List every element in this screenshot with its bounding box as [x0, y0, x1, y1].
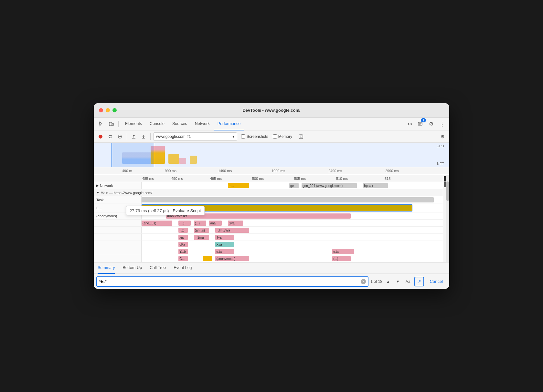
cancel-button[interactable]: Cancel [426, 278, 447, 285]
net-label: NET [437, 162, 444, 166]
tab-sources[interactable]: Sources [168, 118, 191, 130]
time-mark-2490: 2490 ms [328, 169, 342, 173]
device-toggle-icon[interactable] [107, 119, 116, 129]
minimize-button[interactable] [106, 108, 110, 112]
network-track-content[interactable]: m... ge gen_204 (www.google.com) hpba ( [142, 182, 449, 189]
flame-label-6 [94, 255, 142, 262]
search-clear-button[interactable]: ✕ [361, 279, 366, 284]
url-selector[interactable]: www.google.com #1 ▾ [153, 132, 237, 141]
ruler-495: 495 ms [210, 177, 222, 181]
cpu-label: CPU [437, 144, 444, 148]
bar-yb: Y...b [178, 249, 188, 254]
tab-performance[interactable]: Performance [214, 118, 245, 130]
tab-elements[interactable]: Elements [121, 118, 146, 130]
tooltip: 27.79 ms (self 27 μs) Evaluate Script [126, 206, 205, 215]
options-group: Screenshots Memory [241, 132, 305, 141]
upload-button[interactable] [130, 132, 138, 141]
tab-bottom-up[interactable]: Bottom-Up [122, 262, 142, 274]
main-expand-icon[interactable]: ▼ [96, 191, 100, 194]
task-label: Task [94, 196, 142, 203]
search-input[interactable] [99, 279, 359, 284]
settings-icon[interactable]: ⚙ [427, 119, 436, 129]
flame-data-3[interactable]: xja _.$ma Tya [142, 234, 449, 241]
console-messages-icon[interactable]: 1 [416, 119, 425, 129]
close-button[interactable] [99, 108, 103, 112]
flame-row-5: Y...b e.ta e.ta [94, 248, 449, 255]
tab-call-tree[interactable]: Call Tree [150, 262, 166, 274]
rec-separator-2 [150, 133, 151, 140]
tab-network[interactable]: Network [191, 118, 214, 130]
flame-label-5 [94, 248, 142, 255]
memory-checkbox[interactable] [273, 134, 277, 139]
bar-dots-r: (...) [332, 256, 351, 261]
timeline-chart[interactable]: CPU NET [94, 143, 449, 167]
flame-data-2[interactable]: _.x (an...s) _.lm.ZWa [142, 227, 449, 233]
title-bar: DevTools - www.google.com/ [94, 103, 449, 118]
capture-settings-icon[interactable] [297, 132, 305, 141]
badge-count: 1 [421, 118, 426, 122]
bar-xja: xja [178, 235, 188, 240]
window-title: DevTools - www.google.com/ [242, 108, 300, 113]
flame-row-1: (ano...us) (...) (...) ana Gya [94, 220, 449, 227]
url-dropdown-icon: ▾ [232, 134, 234, 139]
record-button[interactable] [96, 132, 105, 141]
flame-label-3 [94, 234, 142, 241]
more-tabs-icon[interactable]: >> [405, 120, 414, 128]
bar-eta1: e.ta [215, 249, 234, 254]
screenshots-checkbox[interactable] [241, 134, 245, 139]
download-button[interactable] [139, 132, 148, 141]
network-bar-2: ge [289, 183, 299, 188]
task-row: Task T... [94, 196, 449, 203]
search-count: 1 of 18 [370, 279, 382, 284]
timeline-overview-area: CPU NET 490 m 990 ms 1490 ms 1990 ms 249… [94, 143, 449, 175]
reload-record-button[interactable] [106, 132, 114, 141]
network-bar-3: gen_204 (www.google.com) [302, 183, 357, 188]
ruler-510: 510 ms [336, 177, 348, 181]
search-next-button[interactable]: ▼ [394, 278, 402, 285]
flame-data-5[interactable]: Y...b e.ta e.ta [142, 248, 449, 255]
ruler-485: 485 ms [142, 177, 154, 181]
more-options-icon[interactable]: ⋮ [438, 119, 447, 129]
network-expand-icon[interactable]: ▶ [96, 184, 99, 187]
ruler-490: 490 ms [171, 177, 183, 181]
bar-xya: Xya [215, 242, 234, 247]
task-content[interactable]: T... [142, 196, 449, 203]
tab-list: Elements Console Sources Network Perform… [121, 118, 404, 130]
maximize-button[interactable] [112, 108, 117, 112]
search-prev-button[interactable]: ▲ [384, 278, 392, 285]
perf-settings-icon[interactable]: ⚙ [438, 132, 447, 141]
network-bar-4: hpba ( [363, 183, 388, 188]
tab-event-log[interactable]: Event Log [174, 262, 192, 274]
flame-row-3: xja _.$ma Tya [94, 234, 449, 241]
bar-g: G... [178, 256, 188, 261]
v-scrollbar[interactable] [446, 175, 449, 262]
ruler-500: 500 ms [252, 177, 264, 181]
svg-point-6 [99, 135, 102, 139]
tab-console[interactable]: Console [146, 118, 168, 130]
clear-button[interactable] [116, 132, 124, 141]
flame-data-4[interactable]: dFa Xya [142, 241, 449, 248]
svg-rect-2 [112, 123, 113, 126]
search-bar: ✕ 1 of 18 ▲ ▼ Aa .* Cancel [94, 274, 449, 289]
inspect-icon[interactable] [96, 119, 105, 129]
tab-summary[interactable]: Summary [98, 262, 115, 274]
network-track-label: ▶ Network [94, 182, 142, 189]
time-mark-990: 990 ms [165, 169, 176, 173]
match-case-button[interactable]: Aa [404, 278, 412, 285]
bottom-tabs: Summary Bottom-Up Call Tree Event Log [94, 262, 449, 274]
flame-row-4: dFa Xya [94, 241, 449, 248]
tooltip-name: Evaluate Script [173, 208, 201, 213]
flame-data-1[interactable]: (ano...us) (...) (...) ana Gya [142, 220, 449, 226]
memory-option[interactable]: Memory [273, 134, 292, 139]
scrollbar-thumb[interactable] [446, 181, 449, 201]
screenshots-option[interactable]: Screenshots [241, 134, 268, 139]
regex-button[interactable]: .* [414, 277, 424, 286]
flame-data-6[interactable]: G... (anonymous) (...) [142, 255, 449, 262]
search-input-wrapper: ✕ [96, 276, 368, 287]
flame-label-2 [94, 227, 142, 233]
screenshots-label: Screenshots [247, 134, 268, 139]
network-label-text: Network [100, 184, 113, 188]
window-controls [99, 108, 117, 112]
evaluate-script-section: 27.79 ms (self 27 μs) Evaluate Script E.… [94, 203, 449, 212]
bar-sma: _.$ma [194, 235, 209, 240]
